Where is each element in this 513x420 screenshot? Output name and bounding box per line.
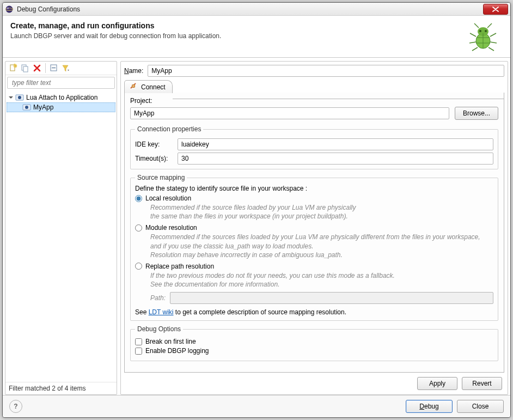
- local-resolution-radio[interactable]: [135, 195, 142, 202]
- svg-point-2: [7, 7, 9, 9]
- svg-point-14: [18, 96, 21, 99]
- tree-category-row[interactable]: Lua Attach to Application: [5, 93, 117, 102]
- tree-item-label: MyApp: [33, 104, 53, 111]
- debug-button[interactable]: Debug: [406, 400, 453, 413]
- module-resolution-radio[interactable]: [135, 224, 142, 232]
- source-mapping-legend: Source mapping: [135, 174, 187, 181]
- source-mapping-desc: Define the stategy to identify source fi…: [135, 185, 493, 192]
- expand-toggle[interactable]: [8, 94, 14, 101]
- tab-strip: Connect: [124, 80, 504, 93]
- svg-rect-11: [23, 66, 28, 72]
- svg-point-7: [485, 30, 487, 32]
- help-icon: ?: [14, 403, 17, 410]
- config-tree[interactable]: Lua Attach to Application MyApp: [5, 90, 117, 382]
- timeout-label: Timeout(s):: [135, 155, 178, 162]
- svg-point-6: [479, 30, 481, 32]
- apply-button[interactable]: Apply: [417, 377, 457, 390]
- collapse-all-button[interactable]: [49, 63, 59, 73]
- replace-path-radio[interactable]: [135, 263, 142, 270]
- break-first-line-checkbox[interactable]: [135, 338, 142, 345]
- ldt-wiki-link[interactable]: LDT wiki: [149, 308, 174, 316]
- timeout-input[interactable]: [178, 153, 493, 165]
- ide-key-label: IDE key:: [135, 141, 178, 148]
- tree-toolbar: [5, 62, 117, 75]
- delete-config-button[interactable]: [32, 63, 42, 73]
- replace-path-label: Replace path resolution: [145, 263, 214, 270]
- svg-rect-17: [132, 85, 135, 88]
- debug-options-group: Debug Options Break on first line Enable…: [130, 325, 498, 361]
- filter-menu-button[interactable]: [61, 63, 71, 73]
- lua-config-icon: [15, 93, 24, 102]
- tab-connect-body: Project: Browse... Connection properties…: [124, 93, 504, 373]
- dialog-body: Lua Attach to Application MyApp Filter m…: [3, 58, 510, 395]
- tab-strip-filler: [173, 97, 504, 99]
- filter-input-wrap: [7, 77, 115, 89]
- tree-category-label: Lua Attach to Application: [26, 94, 97, 101]
- svg-point-16: [25, 106, 28, 109]
- tree-item-row[interactable]: MyApp: [7, 102, 115, 112]
- source-mapping-group: Source mapping Define the stategy to ide…: [130, 174, 498, 321]
- header-title: Create, manage, and run configurations: [10, 21, 467, 30]
- connection-properties-group: Connection properties IDE key: Timeout(s…: [130, 125, 498, 169]
- break-first-line-label: Break on first line: [145, 338, 196, 345]
- path-label: Path:: [150, 294, 166, 302]
- new-config-button[interactable]: [8, 63, 18, 73]
- window-title: Debug Configurations: [17, 5, 483, 13]
- name-label: Name:: [124, 67, 143, 75]
- debug-bug-icon: [467, 19, 499, 52]
- tab-connect[interactable]: Connect: [124, 80, 173, 93]
- module-resolution-label: Module resolution: [145, 224, 197, 232]
- module-resolution-help: Recommended if the sources files loaded …: [150, 233, 493, 259]
- browse-project-button[interactable]: Browse...: [455, 107, 498, 120]
- local-resolution-help: Recommended if the source files loaded b…: [150, 203, 493, 221]
- ide-key-input[interactable]: [178, 138, 493, 150]
- filter-input[interactable]: [11, 78, 111, 87]
- config-editor-pane: Name: Connect Project: Browse... C: [120, 61, 508, 395]
- enable-dbgp-logging-label: Enable DBGP logging: [145, 347, 209, 355]
- filter-status: Filter matched 2 of 4 items: [5, 382, 117, 394]
- config-name-input[interactable]: [148, 65, 504, 77]
- apply-revert-row: Apply Revert: [124, 373, 504, 392]
- connect-icon: [129, 82, 138, 92]
- tab-connect-label: Connect: [141, 83, 166, 91]
- path-input: [170, 292, 493, 304]
- header-panel: Create, manage, and run configurations L…: [3, 16, 510, 58]
- title-bar[interactable]: Debug Configurations: [3, 3, 510, 16]
- window-close-button[interactable]: [483, 4, 508, 15]
- duplicate-config-button[interactable]: [20, 63, 30, 73]
- help-button[interactable]: ?: [9, 400, 22, 413]
- header-subtitle: Launch DBGP server and wait for debug co…: [10, 32, 467, 40]
- eclipse-icon: [5, 5, 14, 14]
- connection-properties-legend: Connection properties: [135, 125, 203, 133]
- local-resolution-label: Local resolution: [145, 194, 191, 202]
- project-input[interactable]: [130, 107, 449, 119]
- ldt-wiki-note: See LDT wiki to get a complete descripti…: [135, 308, 493, 316]
- enable-dbgp-logging-checkbox[interactable]: [135, 348, 142, 355]
- toolbar-separator: [45, 63, 46, 73]
- debug-options-legend: Debug Options: [135, 325, 183, 333]
- replace-path-help: If the two previous modes do not fit you…: [150, 271, 493, 289]
- config-tree-pane: Lua Attach to Application MyApp Filter m…: [5, 61, 117, 395]
- revert-button[interactable]: Revert: [462, 377, 502, 390]
- svg-point-0: [6, 5, 13, 13]
- close-button[interactable]: Close: [457, 400, 504, 413]
- dialog-button-bar: ? Debug Close: [3, 395, 510, 417]
- lua-config-icon: [22, 103, 31, 112]
- dialog-window: Debug Configurations Create, manage, and…: [2, 2, 511, 418]
